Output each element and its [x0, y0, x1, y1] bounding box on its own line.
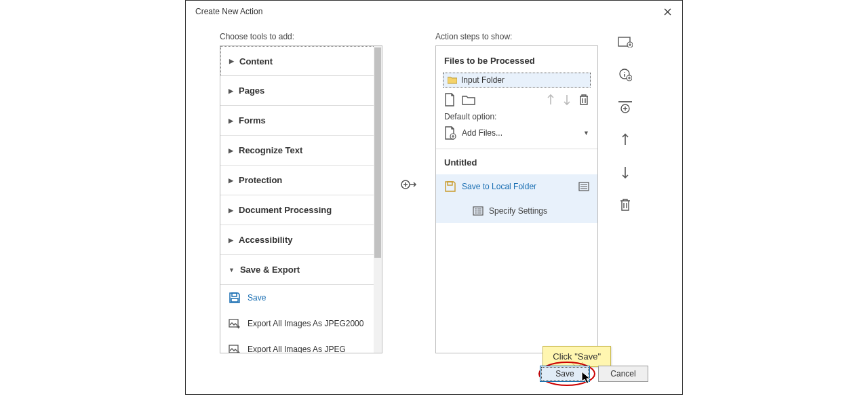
svg-rect-2: [229, 319, 238, 327]
tool-label: Export All Images As JPEG2000: [248, 319, 363, 328]
settings-list-icon: [473, 206, 484, 216]
category-label: Recognize Text: [239, 145, 302, 155]
chevron-down-icon: ▼: [229, 267, 235, 273]
svg-rect-0: [232, 293, 237, 296]
input-folder-item[interactable]: Input Folder: [443, 73, 591, 88]
tool-label: Export All Images As JPEG: [248, 345, 346, 353]
chevron-right-icon: ▶: [229, 147, 233, 154]
export-image-icon: [227, 343, 242, 353]
add-folder-icon[interactable]: [462, 94, 475, 105]
category-label: Accessibility: [239, 235, 293, 245]
scrollbar[interactable]: [374, 46, 382, 353]
step-sub-label: Specify Settings: [489, 206, 547, 216]
add-to-steps-button[interactable]: [400, 179, 418, 193]
close-icon[interactable]: [658, 3, 677, 20]
category-save-export[interactable]: ▼Save & Export: [220, 255, 375, 285]
step-label: Save to Local Folder: [462, 182, 536, 191]
category-pages[interactable]: ▶Pages: [220, 76, 375, 106]
delete-step-button[interactable]: [618, 197, 633, 212]
chevron-right-icon: ▶: [229, 88, 233, 94]
chevron-right-icon: ▶: [229, 177, 233, 184]
dialog-title: Create New Action: [195, 7, 658, 16]
add-file-icon[interactable]: [444, 93, 455, 106]
new-instruction-icon[interactable]: [618, 67, 633, 82]
input-folder-label: Input Folder: [461, 75, 505, 85]
svg-rect-3: [229, 345, 238, 353]
chevron-right-icon: ▶: [229, 58, 234, 64]
side-toolbar: [613, 32, 637, 353]
save-folder-icon: [444, 180, 456, 193]
category-recognize-text[interactable]: ▶Recognize Text: [220, 136, 375, 166]
delete-icon[interactable]: [578, 94, 589, 106]
move-up-icon[interactable]: [546, 94, 555, 106]
move-up-button[interactable]: [618, 132, 633, 147]
tool-label: Save: [248, 293, 266, 303]
category-protection[interactable]: ▶Protection: [220, 166, 375, 195]
tools-label: Choose tools to add:: [220, 32, 382, 41]
file-tools: [436, 88, 597, 112]
create-action-dialog: Create New Action Choose tools to add: ▶…: [185, 0, 683, 395]
chevron-right-icon: ▶: [229, 117, 233, 124]
category-accessibility[interactable]: ▶Accessibility: [220, 225, 375, 255]
dialog-buttons: Save Cancel: [540, 366, 648, 382]
category-label: Forms: [239, 115, 266, 125]
category-content[interactable]: ▶Content: [220, 46, 375, 76]
category-document-processing[interactable]: ▶Document Processing: [220, 195, 375, 225]
dialog-body: Choose tools to add: ▶Content ▶Pages ▶Fo…: [186, 22, 682, 394]
svg-rect-1: [231, 298, 238, 302]
steps-listbox[interactable]: Files to be Processed Input Folder: [435, 45, 598, 353]
tool-export-jpeg2000[interactable]: Export All Images As JPEG2000: [220, 311, 375, 336]
category-label: Save & Export: [240, 265, 300, 275]
add-files-label: Add Files...: [462, 128, 502, 138]
move-down-button[interactable]: [618, 165, 633, 180]
category-label: Document Processing: [239, 205, 332, 215]
category-label: Protection: [239, 175, 282, 185]
files-section-title: Files to be Processed: [436, 46, 597, 73]
add-file-plus-icon: [444, 126, 456, 140]
default-option-label: Default option:: [436, 112, 597, 121]
steps-column: Action steps to show: Files to be Proces…: [435, 32, 648, 353]
tool-save[interactable]: Save: [220, 285, 375, 311]
tools-listbox[interactable]: ▶Content ▶Pages ▶Forms ▶Recognize Text ▶…: [220, 45, 382, 353]
move-down-icon[interactable]: [562, 94, 572, 106]
add-column: [382, 32, 435, 340]
svg-rect-6: [448, 182, 452, 185]
save-button[interactable]: Save: [540, 366, 590, 382]
step-save-local[interactable]: Save to Local Folder: [436, 174, 597, 199]
titlebar: Create New Action: [186, 1, 682, 22]
category-label: Pages: [239, 85, 264, 96]
export-image-icon: [227, 317, 242, 330]
action-name: Untitled: [436, 149, 597, 174]
step-settings-icon[interactable]: [578, 182, 589, 191]
tool-export-jpeg[interactable]: Export All Images As JPEG: [220, 336, 375, 353]
cancel-button[interactable]: Cancel: [598, 366, 648, 382]
tools-column: Choose tools to add: ▶Content ▶Pages ▶Fo…: [220, 32, 382, 353]
chevron-down-icon: ▼: [583, 130, 589, 136]
save-icon: [227, 292, 242, 304]
scrollbar-thumb[interactable]: [374, 47, 381, 258]
tutorial-tooltip: Click "Save": [542, 346, 611, 367]
new-panel-icon[interactable]: [618, 35, 633, 50]
add-files-dropdown[interactable]: Add Files... ▼: [444, 124, 589, 142]
steps-label: Action steps to show:: [435, 32, 598, 41]
category-label: Content: [239, 56, 273, 66]
chevron-right-icon: ▶: [229, 237, 233, 244]
folder-icon: [448, 76, 457, 84]
category-forms[interactable]: ▶Forms: [220, 106, 375, 136]
step-specify-settings[interactable]: Specify Settings: [436, 199, 597, 223]
add-divider-icon[interactable]: [618, 100, 633, 115]
chevron-right-icon: ▶: [229, 207, 233, 214]
